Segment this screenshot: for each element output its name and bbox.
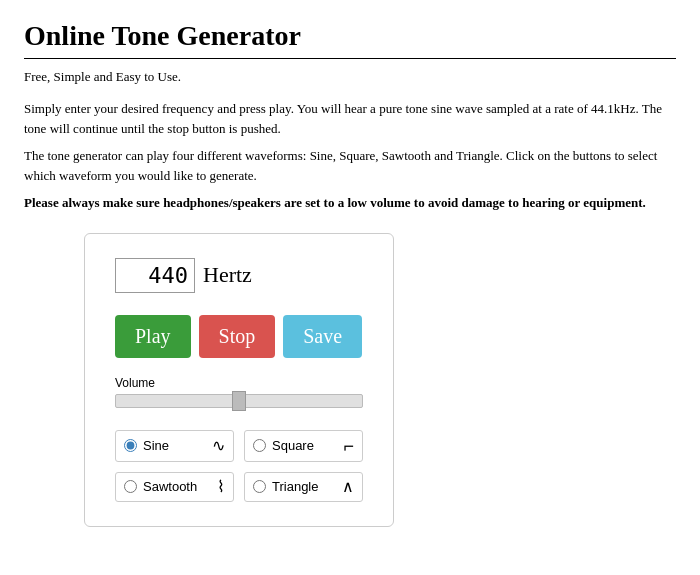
waveform-grid: Sine ∿ Square ⌐ Sawtooth ⌇ Triangle ∧	[115, 430, 363, 502]
control-buttons: Play Stop Save	[115, 315, 363, 358]
waveform-sawtooth-radio[interactable]	[124, 480, 137, 493]
hertz-label: Hertz	[203, 262, 252, 288]
description-1: Simply enter your desired frequency and …	[24, 99, 676, 138]
page-title: Online Tone Generator	[24, 20, 676, 52]
description-2: The tone generator can play four differe…	[24, 146, 676, 185]
waveform-square-radio[interactable]	[253, 439, 266, 452]
warning-text: Please always make sure headphones/speak…	[24, 193, 676, 213]
frequency-row: Hertz	[115, 258, 363, 293]
play-button[interactable]: Play	[115, 315, 191, 358]
waveform-triangle[interactable]: Triangle ∧	[244, 472, 363, 502]
waveform-triangle-label: Triangle	[272, 479, 318, 494]
volume-label: Volume	[115, 376, 363, 390]
sawtooth-icon: ⌇	[217, 479, 225, 495]
save-button[interactable]: Save	[283, 315, 362, 358]
volume-slider[interactable]	[115, 394, 363, 408]
waveform-sine[interactable]: Sine ∿	[115, 430, 234, 462]
waveform-sawtooth[interactable]: Sawtooth ⌇	[115, 472, 234, 502]
frequency-input[interactable]	[115, 258, 195, 293]
waveform-square[interactable]: Square ⌐	[244, 430, 363, 462]
subtitle: Free, Simple and Easy to Use.	[24, 69, 676, 85]
square-icon: ⌐	[343, 437, 354, 455]
volume-section: Volume	[115, 376, 363, 412]
waveform-sawtooth-label: Sawtooth	[143, 479, 197, 494]
waveform-triangle-radio[interactable]	[253, 480, 266, 493]
sine-icon: ∿	[212, 438, 225, 454]
triangle-icon: ∧	[342, 479, 354, 495]
waveform-square-label: Square	[272, 438, 314, 453]
stop-button[interactable]: Stop	[199, 315, 276, 358]
waveform-sine-radio[interactable]	[124, 439, 137, 452]
generator-panel: Hertz Play Stop Save Volume Sine ∿ Squar…	[84, 233, 394, 527]
waveform-sine-label: Sine	[143, 438, 169, 453]
